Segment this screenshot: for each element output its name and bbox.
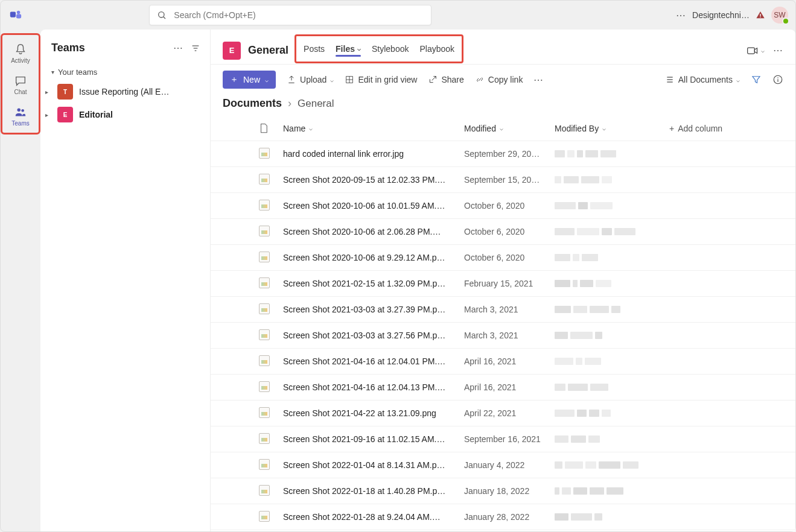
edit-grid-button[interactable]: Edit in grid view: [345, 75, 417, 84]
svg-point-8: [21, 109, 24, 112]
tabs-highlight-box: PostsFiles⌵StylebookPlaybook: [295, 34, 463, 63]
table-row[interactable]: Screen Shot 2022-01-18 at 1.40.28 PM.p… …: [211, 478, 795, 504]
modified-by-column-header[interactable]: Modified By⌵: [555, 124, 669, 133]
table-row[interactable]: Screen Shot 2021-09-16 at 11.02.15 AM.… …: [211, 426, 795, 452]
file-name[interactable]: Screen Shot 2021-03-03 at 3.27.39 PM.p…: [283, 305, 464, 314]
file-name[interactable]: Screen Shot 2021-02-15 at 1.32.09 PM.p…: [283, 279, 464, 288]
name-column-header[interactable]: Name⌵: [283, 124, 464, 133]
file-name[interactable]: hard coded internal link error.jpg: [283, 149, 464, 159]
file-name[interactable]: Screen Shot 2020-10-06 at 10.01.59 AM.…: [283, 201, 464, 211]
modified-date: February 15, 2021: [464, 279, 555, 288]
table-row[interactable]: Screen Shot 2021-02-15 at 1.32.09 PM.p… …: [211, 271, 795, 297]
breadcrumb-current: General: [298, 98, 334, 110]
team-row[interactable]: ▸ E Editorial: [40, 103, 210, 126]
funnel-icon: [751, 74, 762, 85]
tab-playbook[interactable]: Playbook: [419, 41, 454, 57]
table-row[interactable]: Screen Shot 2020-10-06 at 2.06.28 PM.… O…: [211, 219, 795, 245]
table-row[interactable]: Screen Shot 2021-04-22 at 13.21.09.png A…: [211, 401, 795, 426]
channel-title: General: [248, 44, 288, 57]
modified-date: March 3, 2021: [464, 331, 555, 340]
share-button[interactable]: Share: [428, 75, 463, 84]
warning-icon: [756, 10, 765, 20]
file-name[interactable]: Screen Shot 2022-01-18 at 1.40.28 PM.p…: [283, 486, 464, 496]
file-name[interactable]: Screen Shot 2022-01-28 at 9.24.04 AM.…: [283, 512, 464, 522]
filter-icon[interactable]: [191, 43, 200, 53]
modified-by-redacted: [555, 461, 669, 469]
table-row[interactable]: Screen Shot 2021-03-03 at 3.27.56 PM.p… …: [211, 323, 795, 349]
app-rail: Activity Chat Teams: [1, 30, 40, 531]
svg-point-7: [18, 108, 21, 112]
rail-item-teams[interactable]: Teams: [4, 100, 37, 131]
image-file-icon: [259, 252, 270, 262]
teams-sidebar: Teams ⋯ ▾ Your teams ▸ T Issue Reporting…: [40, 30, 211, 531]
copy-link-button[interactable]: Copy link: [475, 75, 523, 84]
modified-column-header[interactable]: Modified⌵: [464, 124, 555, 133]
add-column-button[interactable]: +Add column: [669, 124, 783, 133]
table-row[interactable]: Screen Shot 2022-01-04 at 8.14.31 AM.p… …: [211, 452, 795, 478]
breadcrumb-root[interactable]: Documents: [223, 97, 282, 110]
file-name[interactable]: Screen Shot 2020-10-06 at 9.29.12 AM.p…: [283, 253, 464, 262]
modified-date: January 28, 2022: [464, 512, 555, 522]
search-box[interactable]: [149, 5, 431, 25]
table-row[interactable]: hard coded internal link error.jpg Septe…: [211, 141, 795, 167]
topbar: ⋯ Designtechni… SW: [1, 1, 795, 30]
table-row[interactable]: Screen Shot 2021-04-16 at 12.04.13 PM.… …: [211, 375, 795, 401]
meet-button[interactable]: ⌵: [747, 46, 765, 55]
files-toolbar: ＋ New ⌵ Upload ⌵ Edit in grid view Share: [211, 65, 795, 95]
info-button[interactable]: [772, 74, 783, 85]
more-icon[interactable]: ⋯: [676, 10, 686, 21]
table-row[interactable]: Screen Shot 2021-03-03 at 3.27.39 PM.p… …: [211, 297, 795, 323]
view-selector[interactable]: All Documents ⌵: [665, 75, 740, 84]
rail-item-chat[interactable]: Chat: [4, 69, 37, 100]
file-name[interactable]: Screen Shot 2020-10-06 at 2.06.28 PM.…: [283, 227, 464, 236]
table-row[interactable]: Screen Shot 2020-10-06 at 9.29.12 AM.p… …: [211, 245, 795, 271]
tab-stylebook[interactable]: Stylebook: [372, 41, 409, 57]
toolbar-more-icon[interactable]: ⋯: [533, 74, 544, 86]
channel-more-icon[interactable]: ⋯: [773, 45, 783, 56]
team-badge: E: [57, 107, 73, 122]
files-table: Name⌵ Modified⌵ Modified By⌵ +Add column…: [211, 116, 795, 531]
image-file-icon: [259, 174, 270, 185]
upload-button[interactable]: Upload ⌵: [287, 75, 334, 84]
file-name[interactable]: Screen Shot 2021-04-16 at 12.04.13 PM.…: [283, 382, 464, 392]
your-teams-section[interactable]: ▾ Your teams: [40, 64, 210, 80]
search-input[interactable]: [174, 10, 424, 20]
tab-posts[interactable]: Posts: [304, 41, 325, 57]
user-avatar[interactable]: SW: [771, 7, 788, 24]
new-button[interactable]: ＋ New ⌵: [223, 71, 276, 89]
table-row[interactable]: Screen Shot 2021-04-16 at 12.04.01 PM.… …: [211, 349, 795, 375]
file-name[interactable]: Screen Shot 2021-04-22 at 13.21.09.png: [283, 408, 464, 418]
org-label[interactable]: Designtechni…: [692, 10, 750, 20]
sidebar-more-icon[interactable]: ⋯: [173, 42, 183, 54]
info-icon: [772, 74, 783, 85]
tab-files[interactable]: Files⌵: [336, 41, 361, 57]
modified-date: April 16, 2021: [464, 356, 555, 366]
table-row[interactable]: Screen Shot 2020-10-06 at 10.01.59 AM.… …: [211, 193, 795, 219]
table-row[interactable]: Screen Shot 2022-01-28 at 9.24.04 AM.… J…: [211, 504, 795, 530]
file-name[interactable]: Screen Shot 2021-09-16 at 11.02.15 AM.…: [283, 434, 464, 444]
table-row[interactable]: Screen Shot 2020-09-15 at 12.02.33 PM.… …: [211, 167, 795, 193]
file-name[interactable]: Screen Shot 2020-09-15 at 12.02.33 PM.…: [283, 175, 464, 185]
image-file-icon: [259, 407, 270, 418]
team-row[interactable]: ▸ T Issue Reporting (All E…: [40, 80, 210, 103]
rail-label: Chat: [14, 89, 27, 95]
modified-by-redacted: [555, 280, 669, 287]
breadcrumb: Documents › General: [211, 95, 795, 116]
file-name[interactable]: Screen Shot 2021-03-03 at 3.27.56 PM.p…: [283, 331, 464, 340]
image-file-icon: [259, 277, 270, 288]
image-file-icon: [259, 329, 270, 340]
modified-date: April 16, 2021: [464, 382, 555, 392]
svg-rect-12: [748, 48, 755, 54]
modified-by-redacted: [555, 358, 669, 365]
presence-indicator: [782, 17, 789, 25]
search-icon: [157, 10, 167, 20]
file-name[interactable]: Screen Shot 2022-01-04 at 8.14.31 AM.p…: [283, 460, 464, 470]
file-name[interactable]: Screen Shot 2021-04-16 at 12.04.01 PM.…: [283, 356, 464, 366]
file-type-header-icon[interactable]: [259, 123, 283, 134]
team-name: Issue Reporting (All E…: [79, 87, 169, 97]
filter-button[interactable]: [751, 74, 762, 85]
rail-item-activity[interactable]: Activity: [4, 37, 37, 69]
modified-by-redacted: [555, 513, 669, 521]
chevron-down-icon: ⌵: [736, 77, 740, 83]
svg-line-4: [164, 17, 165, 19]
